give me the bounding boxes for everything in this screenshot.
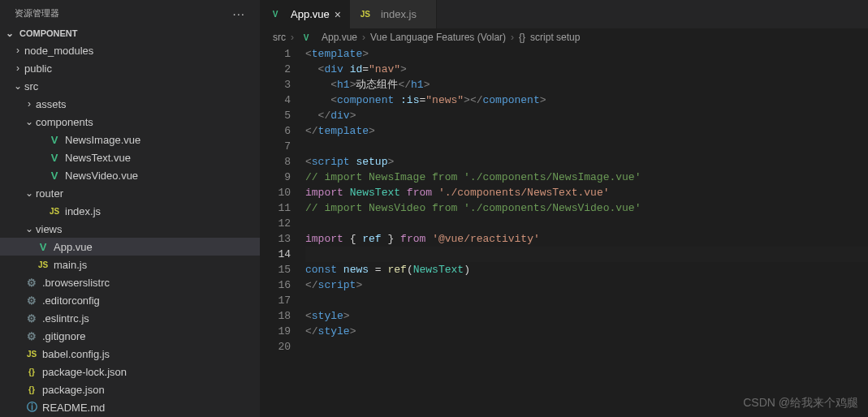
vue-file-icon: V bbox=[268, 10, 283, 19]
code-line[interactable]: // import NewsImage from './components/N… bbox=[305, 170, 868, 185]
tree-item-label: .editorconfig bbox=[42, 294, 100, 307]
code-line[interactable]: </script> bbox=[305, 277, 868, 293]
file-item[interactable]: ⚙.gitignore bbox=[0, 327, 260, 345]
code-line[interactable]: <style> bbox=[305, 308, 868, 324]
file-item[interactable]: JSbabel.config.js bbox=[0, 345, 260, 363]
code-line[interactable]: </div> bbox=[305, 108, 868, 123]
folder-item[interactable]: ⌄router bbox=[0, 184, 260, 202]
explorer-sidebar: 资源管理器 ··· ⌄ COMPONENT ›node_modules›publ… bbox=[0, 0, 260, 417]
tree-item-label: package-lock.json bbox=[42, 366, 127, 378]
line-number: 11 bbox=[260, 200, 291, 216]
folder-item[interactable]: ›node_modules bbox=[0, 41, 260, 59]
code-line[interactable]: // import NewsVideo from './components/N… bbox=[305, 200, 868, 216]
code-line[interactable]: <template> bbox=[305, 46, 868, 62]
explorer-header: 资源管理器 ··· bbox=[0, 0, 260, 25]
chevron-down-icon: ⌄ bbox=[23, 116, 36, 127]
gear-file-icon: ⚙ bbox=[24, 330, 39, 342]
js-file-icon: JS bbox=[24, 350, 39, 359]
code-line[interactable]: </style> bbox=[305, 324, 868, 339]
tree-item-label: NewsImage.vue bbox=[65, 134, 140, 146]
code-line[interactable]: <script setup> bbox=[305, 154, 868, 170]
breadcrumb-segment[interactable]: src bbox=[273, 32, 286, 43]
tab-label: App.vue bbox=[291, 8, 330, 20]
editor-tab[interactable]: JSindex.js× bbox=[350, 0, 437, 28]
line-number: 10 bbox=[260, 185, 291, 200]
file-item[interactable]: {}package-lock.json bbox=[0, 363, 260, 380]
breadcrumb-segment[interactable]: App.vue bbox=[322, 32, 357, 43]
folder-item[interactable]: ›assets bbox=[0, 95, 260, 113]
vue-file-icon: V bbox=[36, 241, 50, 253]
code-line[interactable] bbox=[305, 139, 868, 154]
code-line[interactable] bbox=[305, 247, 868, 262]
file-item[interactable]: ⚙.eslintrc.js bbox=[0, 309, 260, 327]
file-item[interactable]: VNewsImage.vue bbox=[0, 131, 260, 148]
file-item[interactable]: JSindex.js bbox=[0, 202, 260, 220]
code-line[interactable]: <h1>动态组件</h1> bbox=[305, 77, 868, 92]
file-item[interactable]: ⚙.editorconfig bbox=[0, 291, 260, 309]
code-line[interactable] bbox=[305, 339, 868, 355]
line-number: 13 bbox=[260, 231, 291, 247]
folder-item[interactable]: ⌄components bbox=[0, 113, 260, 131]
close-icon[interactable]: × bbox=[335, 8, 341, 21]
gear-file-icon: ⚙ bbox=[24, 312, 39, 325]
tree-item-label: assets bbox=[36, 98, 67, 110]
file-item[interactable]: {}package.json bbox=[0, 380, 260, 398]
file-item[interactable]: VApp.vue bbox=[0, 238, 260, 256]
tree-item-label: App.vue bbox=[54, 241, 93, 253]
file-item[interactable]: ⚙.browserslistrc bbox=[0, 273, 260, 291]
line-number: 5 bbox=[260, 108, 291, 123]
line-number: 4 bbox=[260, 92, 291, 108]
breadcrumb-segment[interactable]: script setup bbox=[530, 32, 580, 43]
line-number: 15 bbox=[260, 262, 291, 277]
tree-item-label: README.md bbox=[42, 402, 105, 414]
vue-file-icon: V bbox=[299, 33, 313, 42]
chevron-down-icon: ⌄ bbox=[3, 28, 16, 39]
code-editor[interactable]: 1234567891011121314151617181920 <templat… bbox=[260, 46, 868, 417]
file-item[interactable]: VNewsVideo.vue bbox=[0, 166, 260, 184]
section-header[interactable]: ⌄ COMPONENT bbox=[0, 25, 260, 41]
folder-item[interactable]: ⌄src bbox=[0, 77, 260, 95]
line-number: 18 bbox=[260, 308, 291, 324]
tree-item-label: .gitignore bbox=[42, 330, 85, 342]
code-line[interactable] bbox=[305, 293, 868, 308]
code-line[interactable]: import { ref } from '@vue/reactivity' bbox=[305, 231, 868, 247]
line-number: 17 bbox=[260, 293, 291, 308]
breadcrumb[interactable]: src›VApp.vue›Vue Language Features (Vola… bbox=[260, 28, 868, 46]
more-actions-icon[interactable]: ··· bbox=[227, 6, 250, 20]
gear-file-icon: ⚙ bbox=[24, 277, 39, 289]
folder-item[interactable]: ›public bbox=[0, 59, 260, 77]
tree-item-label: index.js bbox=[65, 205, 101, 217]
tree-item-label: node_modules bbox=[24, 45, 93, 57]
code-line[interactable]: <component :is="news"></component> bbox=[305, 92, 868, 108]
folder-item[interactable]: ⌄views bbox=[0, 220, 260, 238]
chevron-right-icon: › bbox=[11, 45, 24, 56]
file-item[interactable]: VNewsText.vue bbox=[0, 148, 260, 166]
code-body[interactable]: <template> <div id="nav"> <h1>动态组件</h1> … bbox=[305, 46, 868, 417]
tab-bar: VApp.vue×JSindex.js× bbox=[260, 0, 868, 28]
tree-item-label: babel.config.js bbox=[42, 348, 110, 360]
line-number: 6 bbox=[260, 123, 291, 139]
file-item[interactable]: ⓘREADME.md bbox=[0, 398, 260, 416]
code-line[interactable]: import NewsText from './components/NewsT… bbox=[305, 185, 868, 200]
chevron-down-icon: ⌄ bbox=[11, 80, 24, 92]
line-number: 12 bbox=[260, 216, 291, 231]
chevron-down-icon: ⌄ bbox=[23, 187, 36, 199]
line-gutter: 1234567891011121314151617181920 bbox=[260, 46, 305, 417]
code-line[interactable] bbox=[305, 216, 868, 231]
code-line[interactable]: </template> bbox=[305, 123, 868, 139]
vue-file-icon: V bbox=[47, 134, 62, 146]
code-line[interactable]: const news = ref(NewsText) bbox=[305, 262, 868, 277]
js-file-icon: JS bbox=[36, 260, 50, 269]
line-number: 9 bbox=[260, 170, 291, 185]
code-line[interactable]: <div id="nav"> bbox=[305, 62, 868, 77]
explorer-title: 资源管理器 bbox=[15, 7, 59, 19]
breadcrumb-segment[interactable]: Vue Language Features (Volar) bbox=[370, 32, 506, 43]
file-item[interactable]: JSmain.js bbox=[0, 256, 260, 273]
line-number: 20 bbox=[260, 339, 291, 355]
json-file-icon: {} bbox=[24, 385, 39, 394]
line-number: 3 bbox=[260, 77, 291, 92]
chevron-right-icon: › bbox=[291, 32, 294, 43]
tab-label: index.js bbox=[381, 8, 417, 20]
file-tree: ›node_modules›public⌄src›assets⌄componen… bbox=[0, 41, 260, 417]
editor-tab[interactable]: VApp.vue× bbox=[260, 0, 350, 28]
